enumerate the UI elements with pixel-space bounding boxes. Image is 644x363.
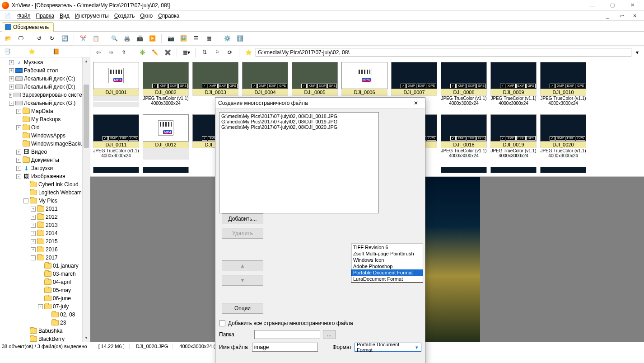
- format-option[interactable]: Portable Document Format: [351, 269, 423, 276]
- nav-fwd-button[interactable]: ⇨: [106, 47, 117, 58]
- tree-expander-icon[interactable]: +: [31, 239, 36, 244]
- menu-help[interactable]: Справка: [158, 13, 179, 19]
- dialog-folder-input[interactable]: [254, 330, 320, 339]
- tree-row[interactable]: +23: [0, 319, 90, 327]
- dialog-move-down-button[interactable]: ▼: [222, 275, 263, 286]
- tree-row[interactable]: -My Pics: [0, 197, 90, 205]
- tree-expander-icon[interactable]: +: [16, 166, 21, 171]
- capture-button[interactable]: 📷: [165, 33, 176, 44]
- tree-row[interactable]: +04-april: [0, 278, 90, 286]
- thumbnail[interactable]: ✓XMPEXIFGPSDJI_0008JPEG TrueColor (v1.1)…: [441, 62, 487, 107]
- categories-button[interactable]: 📙: [51, 46, 61, 57]
- scan-button[interactable]: 📠: [134, 33, 145, 44]
- format-option[interactable]: Windows Icon: [351, 257, 423, 263]
- tree-row[interactable]: +2011: [0, 205, 90, 213]
- tree-row[interactable]: +MapData: [0, 107, 90, 115]
- print-button[interactable]: 🖨️: [121, 33, 132, 44]
- dialog-browse-button[interactable]: ...: [323, 330, 336, 339]
- tree-expander-icon[interactable]: +: [16, 158, 21, 163]
- minimize-button[interactable]: —: [583, 0, 602, 11]
- delete-button[interactable]: ✖️: [162, 47, 173, 58]
- address-dropdown-button[interactable]: ▾: [633, 47, 641, 58]
- thumbnail[interactable]: [540, 167, 586, 173]
- tree-row[interactable]: +02, 08: [0, 311, 90, 319]
- tree-row[interactable]: +01-january: [0, 262, 90, 270]
- dialog-options-button[interactable]: Опции: [222, 303, 263, 314]
- thumbnail[interactable]: [143, 167, 189, 173]
- scroll-up-icon[interactable]: ▲: [83, 57, 90, 65]
- slideshow-button[interactable]: ▶️: [147, 33, 158, 44]
- tree-row[interactable]: +Logitech Webcam: [0, 189, 90, 197]
- tree-row[interactable]: -07-july: [0, 302, 90, 311]
- search-button[interactable]: 🔍: [109, 33, 120, 44]
- mdi-restore-button[interactable]: ▱: [620, 13, 628, 19]
- filter-button[interactable]: ⚐: [212, 47, 223, 58]
- tree-row[interactable]: +⬇Загрузки: [0, 164, 90, 172]
- tree-expander-icon[interactable]: -: [9, 101, 14, 106]
- copy-button[interactable]: 📋: [90, 33, 101, 44]
- fullscreen-button[interactable]: 🖵: [15, 33, 26, 44]
- sort-button[interactable]: ⇅: [199, 47, 210, 58]
- dialog-close-button[interactable]: ✕: [410, 99, 422, 107]
- mdi-close-button[interactable]: ×: [633, 13, 641, 19]
- scroll-down-icon[interactable]: ▼: [83, 334, 90, 342]
- thumbnail[interactable]: DJI_0001: [93, 62, 139, 107]
- thumbnail[interactable]: ✓XMPEXIFGPSDJI_0002JPEG TrueColor (v1.1)…: [143, 62, 189, 107]
- tree-row[interactable]: +2015: [0, 237, 90, 245]
- tree-expander-icon[interactable]: -: [31, 255, 36, 260]
- tree-expander-icon[interactable]: -: [16, 174, 21, 179]
- maximize-button[interactable]: ▢: [602, 0, 622, 11]
- menu-file[interactable]: Файл: [17, 13, 31, 19]
- scroll-thumb[interactable]: [84, 85, 89, 148]
- dialog-file-item[interactable]: G:\media\My Pics\2017\07-july\02, 08\DJI…: [221, 113, 377, 119]
- tree-expander-icon[interactable]: +: [31, 215, 36, 220]
- menu-edit[interactable]: Правка: [36, 13, 55, 19]
- dialog-format-combo[interactable]: Portable Document Format ▾: [355, 343, 421, 352]
- tree-expander-icon[interactable]: +: [9, 85, 14, 90]
- dialog-allpages-checkbox[interactable]: [219, 320, 225, 326]
- format-option[interactable]: LuraDocument Format: [351, 276, 423, 282]
- tree-row[interactable]: +Локальный диск (C:): [0, 75, 90, 83]
- thumbnail[interactable]: ✓XMPEXIFGPSDJI_0010JPEG TrueColor (v1.1)…: [540, 62, 586, 107]
- address-input[interactable]: [256, 48, 631, 57]
- menu-tools[interactable]: Инструменты: [75, 13, 109, 19]
- view-mode-button[interactable]: ▦▾: [181, 47, 191, 58]
- tree-row[interactable]: +05-may: [0, 286, 90, 294]
- tree-expander-icon[interactable]: +: [16, 150, 21, 155]
- tree-row[interactable]: +Babushka: [0, 327, 90, 335]
- tree-expander-icon[interactable]: -: [23, 198, 28, 203]
- batch-button[interactable]: ☰: [191, 33, 201, 44]
- thumbnail[interactable]: [93, 167, 139, 173]
- close-button[interactable]: ✕: [622, 0, 642, 11]
- refresh-button[interactable]: ⟳: [224, 47, 235, 58]
- tree-expander-icon[interactable]: -: [38, 304, 43, 309]
- tree-expander-icon[interactable]: +: [16, 125, 21, 130]
- tree-row[interactable]: +WindowsImageBackup: [0, 140, 90, 148]
- image-button[interactable]: 🖼️: [178, 33, 189, 44]
- tree-row[interactable]: +Old: [0, 123, 90, 132]
- rotate-left-button[interactable]: ↺: [34, 33, 45, 44]
- tree-row[interactable]: +06-june: [0, 294, 90, 302]
- format-option[interactable]: TIFF Revision 6: [351, 244, 423, 250]
- thumbnail[interactable]: DJI_0012: [143, 114, 189, 160]
- dialog-file-list[interactable]: G:\media\My Pics\2017\07-july\02, 08\DJI…: [219, 112, 379, 213]
- format-option[interactable]: Zsoft Multi-page Paintbrush: [351, 250, 423, 257]
- tree-expander-icon[interactable]: +: [9, 93, 12, 98]
- cut-button[interactable]: ✂️: [78, 33, 89, 44]
- dialog-move-up-button[interactable]: ▲: [222, 260, 263, 271]
- thumbnail[interactable]: ✓XMPEXIFGPSDJI_0019JPEG TrueColor (v1.1)…: [490, 114, 537, 160]
- tree-row[interactable]: +My Backups: [0, 115, 90, 123]
- tree-expander-icon[interactable]: +: [9, 60, 14, 65]
- tree-expander-icon[interactable]: +: [9, 68, 14, 73]
- thumbnail[interactable]: ✓XMPEXIFGPSDJI_0011JPEG TrueColor (v1.1)…: [93, 114, 139, 160]
- thumbnail[interactable]: ✓XMPEXIFGPSDJI_0009JPEG TrueColor (v1.1)…: [490, 62, 537, 107]
- tree-row[interactable]: +Локальный диск (D:): [0, 83, 90, 91]
- dialog-delete-button[interactable]: Удалить: [222, 228, 263, 239]
- mdi-minimize-button[interactable]: _: [606, 13, 614, 19]
- tree-row[interactable]: -🖼Изображения: [0, 172, 90, 180]
- menu-create[interactable]: Создать: [114, 13, 135, 19]
- menu-view[interactable]: Вид: [60, 13, 70, 19]
- tree-row[interactable]: +2014: [0, 229, 90, 237]
- dialog-titlebar[interactable]: Создание многостраничного файла ✕: [215, 98, 425, 108]
- tree-row[interactable]: -2017: [0, 254, 90, 262]
